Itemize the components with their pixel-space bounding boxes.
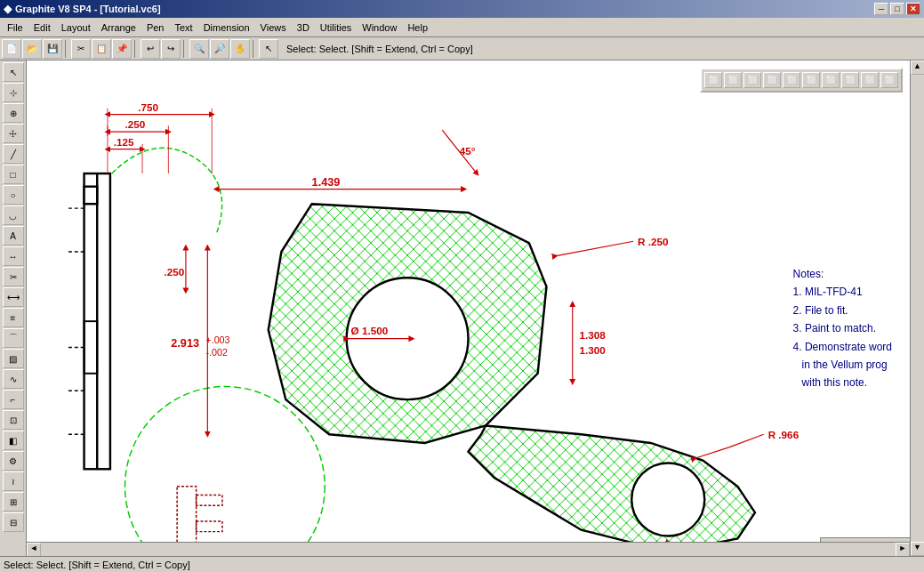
titlebar-left: ◆ Graphite V8 SP4 - [Tutorial.vc6] [4, 3, 161, 15]
svg-text:.250: .250 [125, 118, 146, 130]
lt-spline[interactable]: ∿ [3, 369, 24, 389]
lt-layer[interactable]: ◧ [3, 431, 24, 450]
lt-circle[interactable]: ○ [3, 185, 24, 205]
tb-save[interactable]: 💾 [43, 39, 62, 59]
tb-undo[interactable]: ↩ [141, 39, 160, 59]
menu-pen[interactable]: Pen [141, 20, 170, 35]
lt-select[interactable]: ↖ [3, 62, 24, 82]
scroll-up-button[interactable]: ▲ [911, 60, 925, 75]
right-floating-toolbar: ⬜ ⬜ ⬜ ⬜ ⬜ ⬜ ⬜ ⬜ ⬜ ⬜ [700, 68, 903, 93]
titlebar-controls: ─ □ ✕ [874, 3, 920, 15]
lt-polyline[interactable]: ⌐ [3, 390, 24, 409]
svg-text:-.002: -.002 [205, 347, 227, 358]
tb-zoom-out[interactable]: 🔎 [210, 39, 229, 59]
svg-text:2.913: 2.913 [171, 337, 199, 350]
rt-btn-8[interactable]: ⬜ [841, 72, 859, 88]
tb-sep2 [134, 40, 138, 58]
notes-item-1: 1. MIL-TFD-41 [793, 283, 892, 301]
rt-btn-6[interactable]: ⬜ [802, 72, 820, 88]
lt-text[interactable]: A [3, 226, 24, 246]
menu-help[interactable]: Help [402, 20, 433, 35]
svg-text:.125: .125 [114, 136, 134, 148]
menu-file[interactable]: File [2, 20, 28, 35]
lt-rect[interactable]: □ [3, 165, 24, 184]
lt-node[interactable]: ⊹ [3, 83, 24, 102]
tb-select[interactable]: ↖ [259, 39, 278, 59]
rt-btn-10[interactable]: ⬜ [880, 72, 898, 88]
tb-new[interactable]: 📄 [2, 39, 21, 59]
lt-offset[interactable]: ≡ [3, 308, 24, 327]
rt-btn-2[interactable]: ⬜ [724, 72, 742, 88]
menu-layout[interactable]: Layout [56, 20, 96, 35]
lt-arc[interactable]: ◡ [3, 205, 24, 225]
statusbar-text: Select: Select. [Shift = Extend, Ctrl = … [4, 560, 190, 570]
notes-item-4c: with this note. [793, 374, 892, 391]
status-text: Select: Select. [Shift = Extend, Ctrl = … [286, 44, 473, 54]
svg-text:+.003: +.003 [205, 334, 229, 345]
canvas-area[interactable]: .750 .250 .125 1.439 45° .250 R .250 2.9… [27, 60, 910, 556]
menubar: File Edit Layout Arrange Pen Text Dimens… [0, 18, 924, 37]
lt-extend[interactable]: ⟷ [3, 287, 24, 307]
menu-3d[interactable]: 3D [292, 20, 315, 35]
svg-point-18 [631, 463, 704, 536]
lt-snap[interactable]: ⊡ [3, 410, 24, 430]
scroll-down-button[interactable]: ▼ [911, 542, 925, 556]
toolbar: 📄 📂 💾 ✂ 📋 📌 ↩ ↪ 🔍 🔎 ✋ ↖ Select: Select. … [0, 37, 924, 60]
scrollbar-vertical[interactable]: ▲ ▼ [910, 60, 924, 556]
minimize-button[interactable]: ─ [874, 3, 888, 15]
svg-text:.750: .750 [138, 101, 158, 113]
tb-redo[interactable]: ↪ [161, 39, 181, 59]
lt-misc2[interactable]: ⊞ [3, 492, 24, 512]
tb-paste[interactable]: 📌 [112, 39, 132, 59]
scrollbar-horizontal[interactable]: ◄ ► [27, 542, 910, 556]
close-button[interactable]: ✕ [906, 3, 920, 15]
statusbar: Select: Select. [Shift = Extend, Ctrl = … [0, 556, 924, 572]
left-toolbar: ↖ ⊹ ⊕ ☩ ╱ □ ○ ◡ A ↔ ✂ ⟷ ≡ ⌒ ▨ ∿ ⌐ ⊡ ◧ ⚙ … [0, 60, 27, 556]
scroll-thumb-h[interactable] [41, 543, 896, 556]
notes-box: Notes: 1. MIL-TFD-41 2. File to fit. 3. … [793, 265, 892, 392]
tb-open[interactable]: 📂 [22, 39, 42, 59]
svg-text:1.300: 1.300 [580, 344, 607, 356]
lt-prop[interactable]: ⚙ [3, 451, 24, 471]
rt-btn-7[interactable]: ⬜ [822, 72, 840, 88]
menu-text[interactable]: Text [169, 20, 197, 35]
menu-window[interactable]: Window [357, 20, 402, 35]
svg-text:R .966: R .966 [768, 429, 799, 440]
menu-utilities[interactable]: Utilities [315, 20, 357, 35]
main-area: ↖ ⊹ ⊕ ☩ ╱ □ ○ ◡ A ↔ ✂ ⟷ ≡ ⌒ ▨ ∿ ⌐ ⊡ ◧ ⚙ … [0, 60, 924, 556]
notes-item-3: 3. Paint to match. [793, 319, 892, 337]
menu-edit[interactable]: Edit [28, 20, 56, 35]
tb-sep3 [183, 40, 187, 58]
svg-text:.250: .250 [164, 266, 184, 278]
lt-line[interactable]: ╱ [3, 144, 24, 164]
lt-hatch[interactable]: ▨ [3, 349, 24, 368]
rt-btn-3[interactable]: ⬜ [743, 72, 761, 88]
lt-trim[interactable]: ✂ [3, 267, 24, 286]
svg-text:R .250: R .250 [638, 236, 669, 247]
scroll-left-button[interactable]: ◄ [27, 543, 41, 557]
rt-btn-4[interactable]: ⬜ [763, 72, 781, 88]
tb-pan[interactable]: ✋ [230, 39, 250, 59]
rt-btn-1[interactable]: ⬜ [704, 72, 722, 88]
lt-pan[interactable]: ☩ [3, 124, 24, 143]
tb-zoom-in[interactable]: 🔍 [189, 39, 209, 59]
rt-btn-5[interactable]: ⬜ [783, 72, 800, 88]
menu-dimension[interactable]: Dimension [198, 20, 255, 35]
rt-btn-9[interactable]: ⬜ [861, 72, 879, 88]
menu-arrange[interactable]: Arrange [96, 20, 141, 35]
tb-cut[interactable]: ✂ [71, 39, 91, 59]
svg-text:1.439: 1.439 [312, 176, 341, 189]
lt-misc3[interactable]: ⊟ [3, 512, 24, 532]
svg-text:1.308: 1.308 [580, 329, 607, 341]
lt-misc1[interactable]: ≀ [3, 471, 24, 491]
notes-title: Notes: [793, 265, 892, 283]
tb-copy[interactable]: 📋 [92, 39, 111, 59]
maximize-button[interactable]: □ [890, 3, 904, 15]
notes-item-4: 4. Demonstrate word [793, 338, 892, 356]
svg-text:45°: 45° [460, 145, 476, 157]
scroll-right-button[interactable]: ► [896, 543, 910, 557]
menu-views[interactable]: Views [255, 20, 292, 35]
lt-dim[interactable]: ↔ [3, 246, 24, 266]
lt-fillet[interactable]: ⌒ [3, 328, 24, 348]
lt-zoom[interactable]: ⊕ [3, 103, 24, 123]
